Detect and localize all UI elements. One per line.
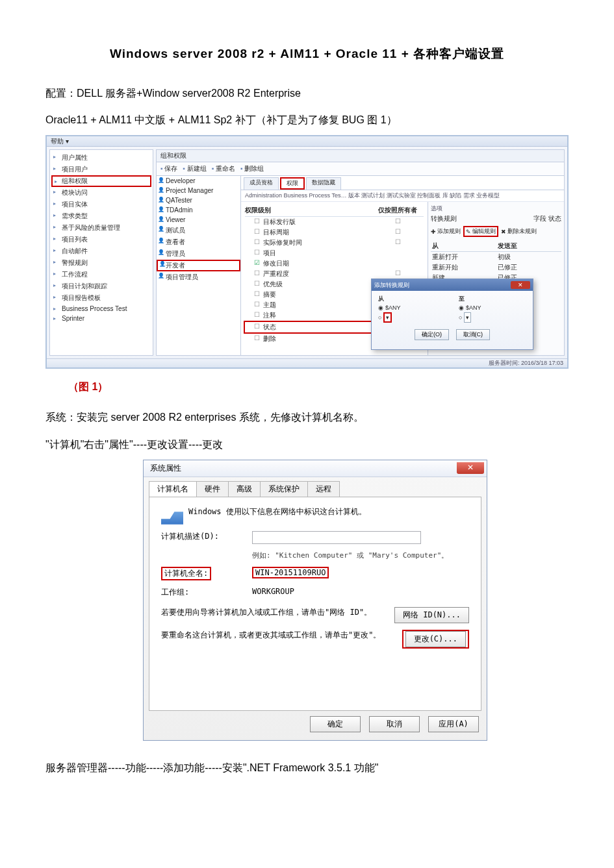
desc-input[interactable] xyxy=(252,531,421,544)
computer-icon xyxy=(161,506,183,525)
col-to: 发送至 xyxy=(496,241,562,251)
toolbar-button[interactable]: 删除组 xyxy=(240,164,264,173)
role-item[interactable]: TDAdmin xyxy=(157,205,240,215)
change-button[interactable]: 更改(C)... xyxy=(405,631,466,647)
alm-panel-header: 组和权限 xyxy=(156,149,565,162)
sidebar-item[interactable]: 项目报告模板 xyxy=(51,292,151,304)
alm-sidebar: 用户属性项目用户组和权限模块访问项目实体需求类型基于风险的质量管理项目列表自动邮… xyxy=(49,149,153,356)
network-id-button[interactable]: 网络 ID(N)... xyxy=(394,607,469,623)
sidebar-item[interactable]: 项目用户 xyxy=(51,164,151,175)
figure-1-label: （图 1） xyxy=(68,380,569,394)
sidebar-item[interactable]: 项目实体 xyxy=(51,199,151,210)
desc-label: 计算机描述(D): xyxy=(161,531,252,542)
perm-row[interactable]: 实际修复时间☐ xyxy=(245,238,424,248)
workgroup-label: 工作组: xyxy=(161,587,252,598)
screenshot-system-properties: 系统属性 ✕ 计算机名硬件高级系统保护远程 Windows 使用以下信息在网络中… xyxy=(143,460,487,741)
cancel-button[interactable]: 取消 xyxy=(369,716,420,732)
toolbar-button[interactable]: 重命名 xyxy=(212,164,235,173)
to-value-radio[interactable]: ○ ▾ xyxy=(459,312,526,323)
sidebar-item[interactable]: 警报规则 xyxy=(51,257,151,269)
role-item[interactable]: 测试员 xyxy=(157,225,240,236)
sysprop-tabs[interactable]: 计算机名硬件高级系统保护远程 xyxy=(144,477,487,497)
ok-button[interactable]: 确定 xyxy=(310,716,361,732)
transition-row[interactable]: 重新打开初级 xyxy=(431,252,561,262)
role-item[interactable]: 管理员 xyxy=(157,248,240,260)
add-transition-dialog: 添加转换规则 ✕ 从 ◉ $ANY ○ ▾ xyxy=(371,279,533,350)
sysprop-tab[interactable]: 硬件 xyxy=(196,481,229,497)
dialog-from-label: 从 xyxy=(378,295,446,303)
perm-tab[interactable]: 成员资格 xyxy=(244,177,279,190)
delete-rule-button[interactable]: ✖ 删除未规则 xyxy=(501,227,537,236)
role-item[interactable]: 项目管理员 xyxy=(157,271,240,283)
netid-text: 若要使用向导将计算机加入域或工作组，请单击"网络 ID"。 xyxy=(161,607,394,618)
toolbar-button[interactable]: 新建组 xyxy=(183,164,206,173)
alm-toolbar[interactable]: 保存新建组重命名删除组 xyxy=(156,162,565,176)
toolbar-button[interactable]: 保存 xyxy=(160,164,177,173)
transition-row[interactable]: 重新开始已修正 xyxy=(431,262,561,273)
from-any-radio[interactable]: ◉ $ANY xyxy=(378,304,446,311)
alm-statusbar: 服务器时间: 2016/3/18 17:03 xyxy=(47,358,567,367)
sysprop-tab[interactable]: 计算机名 xyxy=(149,481,197,497)
field-status-label: 字段 状态 xyxy=(533,214,561,223)
screenshot-alm: 帮助 ▾ 用户属性项目用户组和权限模块访问项目实体需求类型基于风险的质量管理项目… xyxy=(45,135,569,369)
alm-perm-tabs[interactable]: 成员资格权限数据隐藏 xyxy=(241,176,564,190)
dialog-cancel-button[interactable]: 取消(C) xyxy=(456,329,491,340)
from-value-radio[interactable]: ○ ▾ xyxy=(378,312,446,323)
sysprop-intro: Windows 使用以下信息在网络中标识这台计算机。 xyxy=(188,506,366,517)
perm-row[interactable]: 目标发行版☐ xyxy=(245,217,424,227)
role-item[interactable]: 开发者 xyxy=(157,260,240,271)
role-item[interactable]: Viewer xyxy=(157,215,240,225)
workgroup-value: WORKGROUP xyxy=(252,587,469,596)
options-header: 选项 xyxy=(431,205,561,213)
sidebar-item[interactable]: 项目计划和跟踪 xyxy=(51,280,151,292)
sidebar-item[interactable]: 模块访问 xyxy=(51,187,151,199)
apply-button[interactable]: 应用(A) xyxy=(428,716,479,732)
close-icon[interactable]: ✕ xyxy=(457,462,484,474)
to-any-radio[interactable]: ◉ $ANY xyxy=(459,304,526,311)
perm-tab[interactable]: 权限 xyxy=(280,177,305,190)
sidebar-item[interactable]: 基于风险的质量管理 xyxy=(51,222,151,234)
alm-menubar[interactable]: 帮助 ▾ xyxy=(47,136,567,147)
sidebar-item[interactable]: Sprinter xyxy=(51,314,151,323)
sidebar-item[interactable]: 需求类型 xyxy=(51,210,151,222)
sidebar-item[interactable]: 项目列表 xyxy=(51,234,151,245)
desc-example: 例如: "Kitchen Computer" 或 "Mary's Compute… xyxy=(252,551,469,560)
dialog-ok-button[interactable]: 确定(O) xyxy=(415,329,449,340)
sidebar-item[interactable]: Business Process Test xyxy=(51,304,151,314)
config-line-2: Oracle11 + ALM11 中文版 + ALM11 Sp2 补丁（补丁是为… xyxy=(45,108,569,131)
add-rule-button[interactable]: ✚ 添加规则 xyxy=(431,227,461,236)
sidebar-item[interactable]: 自动邮件 xyxy=(51,245,151,257)
edit-rule-button[interactable]: ✎ 编辑规则 xyxy=(463,226,498,237)
role-item[interactable]: 查看者 xyxy=(157,236,240,248)
dialog-to-label: 至 xyxy=(459,295,526,303)
alm-roles-list[interactable]: DeveloperProject ManagerQATesterTDAdminV… xyxy=(157,176,241,355)
perm-row[interactable]: 严重程度☐ xyxy=(245,269,424,279)
to-combo[interactable]: ▾ xyxy=(464,312,471,323)
role-item[interactable]: Developer xyxy=(157,176,240,186)
sysprop-tab[interactable]: 系统保护 xyxy=(260,481,308,497)
fullname-value: WIN-20151109RUO xyxy=(252,567,329,578)
dialog-title: 添加转换规则 xyxy=(374,281,409,290)
sidebar-item[interactable]: 用户属性 xyxy=(51,152,151,164)
sysprop-tab[interactable]: 远程 xyxy=(307,481,340,497)
system-step-1: 系统：安装完 server 2008 R2 enterprises 系统，先修改… xyxy=(45,406,569,428)
perm-row[interactable]: 项目 xyxy=(245,248,424,258)
from-combo[interactable]: ▾ xyxy=(383,312,392,323)
change-text: 要重命名这台计算机，或者更改其域或工作组，请单击"更改"。 xyxy=(161,630,402,641)
sidebar-item[interactable]: 组和权限 xyxy=(51,175,151,187)
system-step-2: "计算机"右击"属性"----更改设置----更改 xyxy=(45,433,569,456)
sysprop-tab[interactable]: 高级 xyxy=(228,481,261,497)
alm-module-crumb[interactable]: Administration Business Process Tes… 版本 … xyxy=(241,190,564,202)
sidebar-item[interactable]: 工作流程 xyxy=(51,269,151,280)
role-item[interactable]: Project Manager xyxy=(157,186,240,195)
perm-row[interactable]: 目标周期☐ xyxy=(245,227,424,238)
grid-hdr-level: 权限级别 xyxy=(245,206,372,215)
page-title: Windows server 2008 r2 + AlM11 + Oracle … xyxy=(45,45,569,62)
perm-row[interactable]: 修改日期 xyxy=(245,258,424,269)
role-item[interactable]: QATester xyxy=(157,195,240,205)
config-line-1: 配置：DELL 服务器+Window server2008 R2 Enterpr… xyxy=(45,82,569,105)
transition-rule-label: 转换规则 xyxy=(431,214,457,223)
grid-hdr-owner: 仅按照所有者 xyxy=(372,206,424,215)
close-icon[interactable]: ✕ xyxy=(511,281,530,289)
perm-tab[interactable]: 数据隐藏 xyxy=(306,177,341,190)
